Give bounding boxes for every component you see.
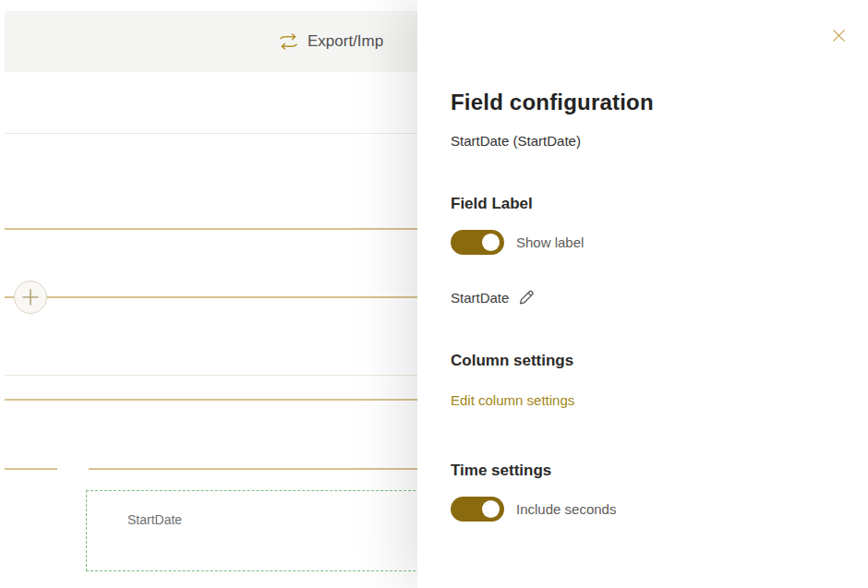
- column-settings-heading: Column settings: [451, 352, 573, 370]
- form-section-divider: [5, 375, 417, 376]
- toggle-knob: [482, 234, 500, 251]
- field-name-text: StartDate: [451, 290, 509, 306]
- time-settings-heading: Time settings: [451, 462, 551, 480]
- show-label-toggle[interactable]: [451, 230, 504, 255]
- show-label-text: Show label: [516, 234, 584, 250]
- edit-column-settings-link[interactable]: Edit column settings: [451, 392, 574, 408]
- pencil-icon: [517, 288, 536, 306]
- export-import-button[interactable]: Export/Imp: [279, 32, 383, 51]
- add-field-button[interactable]: [14, 281, 47, 314]
- field-configuration-panel: Field configuration StartDate (StartDate…: [417, 0, 868, 588]
- close-icon: [832, 29, 846, 42]
- swap-arrows-icon: [279, 33, 298, 50]
- field-label-heading: Field Label: [451, 195, 533, 213]
- close-button[interactable]: [829, 26, 848, 44]
- export-import-label: Export/Imp: [307, 32, 383, 51]
- panel-title: Field configuration: [451, 90, 654, 115]
- panel-subtitle: StartDate (StartDate): [451, 133, 581, 149]
- field-placeholder-label: StartDate: [127, 512, 182, 527]
- plus-icon: [20, 287, 41, 307]
- form-section-divider: [5, 133, 417, 134]
- form-field-underline: [5, 399, 417, 401]
- toggle-knob: [482, 500, 500, 518]
- include-seconds-toggle[interactable]: [451, 497, 504, 522]
- form-field-underline: [5, 228, 417, 230]
- form-field-underline: [5, 468, 57, 470]
- form-field-underline: [89, 468, 417, 470]
- form-toolbar: Export/Imp: [5, 11, 417, 72]
- selected-field-placeholder[interactable]: StartDate: [86, 490, 429, 571]
- edit-field-name-button[interactable]: [517, 288, 536, 306]
- form-field-underline: [5, 296, 417, 298]
- include-seconds-text: Include seconds: [516, 501, 616, 517]
